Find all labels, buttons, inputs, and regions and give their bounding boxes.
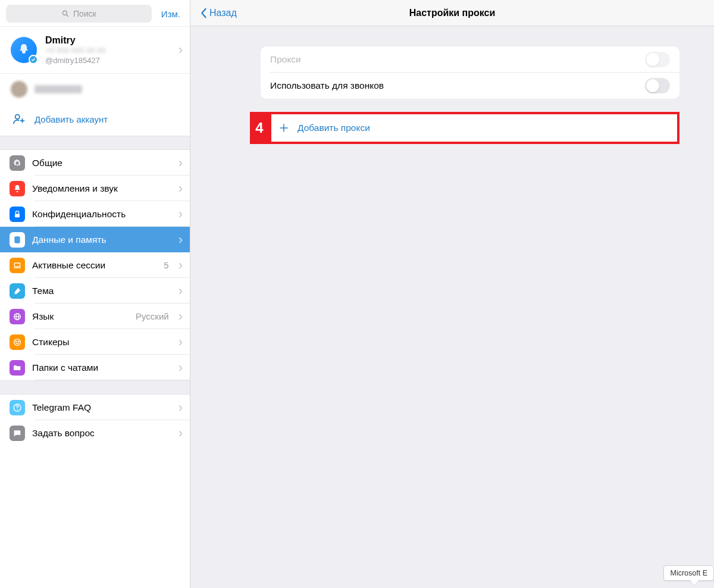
main-panel: Назад Настройки прокси Прокси Использова… xyxy=(190,0,714,588)
proxy-settings-card: Прокси Использовать для звонков xyxy=(261,46,679,99)
svg-rect-7 xyxy=(14,263,20,267)
sidebar-item-label: Стикеры xyxy=(32,337,171,348)
sidebar-header: Поиск Изм. xyxy=(0,0,190,26)
profile-info: Dmitry +0 000 000 00 00 @dmitry185427 xyxy=(45,35,170,65)
sidebar-item-sessions[interactable]: Активные сессии 5 › xyxy=(0,252,190,278)
chevron-right-icon: › xyxy=(178,360,183,376)
add-account-icon xyxy=(11,111,27,127)
svg-point-0 xyxy=(62,11,67,15)
use-for-calls-switch[interactable] xyxy=(645,78,670,93)
sidebar-item-ask[interactable]: Задать вопрос › xyxy=(0,420,190,446)
settings-sidebar: Поиск Изм. Dmitry +0 000 000 00 00 @dmit… xyxy=(0,0,190,588)
chevron-right-icon: › xyxy=(178,155,183,171)
profile-name: Dmitry xyxy=(45,35,170,46)
add-account-button[interactable]: Добавить аккаунт xyxy=(0,105,190,136)
sidebar-item-label: Telegram FAQ xyxy=(32,402,171,413)
account-name-blurred xyxy=(35,85,82,93)
add-proxy-callout: 4 Добавить прокси xyxy=(250,112,679,144)
sidebar-item-label: Общие xyxy=(32,158,171,168)
sidebar-item-detail: 5 xyxy=(164,260,168,270)
svg-point-14 xyxy=(18,341,18,342)
svg-point-2 xyxy=(15,115,20,119)
sidebar-item-detail: Русский xyxy=(136,311,169,321)
tooltip-bubble: Microsoft E xyxy=(663,565,714,581)
tooltip-text: Microsoft E xyxy=(670,569,707,577)
sidebar-item-language[interactable]: Язык Русский › xyxy=(0,304,190,329)
plus-icon xyxy=(278,123,289,133)
add-proxy-label: Добавить прокси xyxy=(298,123,370,133)
chevron-right-icon: › xyxy=(178,207,183,222)
add-account-label: Добавить аккаунт xyxy=(35,114,108,124)
gear-icon xyxy=(10,155,25,171)
proxy-toggle-row: Прокси xyxy=(261,46,679,73)
profile-row[interactable]: Dmitry +0 000 000 00 00 @dmitry185427 › xyxy=(0,26,190,74)
folder-icon xyxy=(10,360,25,376)
svg-point-16 xyxy=(17,409,17,409)
sidebar-item-label: Тема xyxy=(32,286,171,296)
sidebar-item-privacy[interactable]: Конфиденциальность › xyxy=(0,201,190,227)
use-for-calls-row: Использовать для звонков xyxy=(261,73,679,99)
globe-icon xyxy=(10,309,25,324)
profile-handle: @dmitry185427 xyxy=(45,56,170,65)
lock-icon xyxy=(10,207,25,222)
chevron-right-icon: › xyxy=(178,181,183,196)
callout-number: 4 xyxy=(250,112,269,144)
secondary-account-row[interactable] xyxy=(0,74,190,105)
page-title: Настройки прокси xyxy=(190,8,714,18)
laptop-icon xyxy=(10,258,25,273)
sidebar-item-label: Активные сессии xyxy=(32,260,156,271)
chevron-right-icon: › xyxy=(178,426,183,441)
sidebar-item-faq[interactable]: Telegram FAQ › xyxy=(0,395,190,420)
avatar-blurred xyxy=(11,81,27,98)
sidebar-item-label: Папки с чатами xyxy=(32,362,171,373)
chevron-right-icon: › xyxy=(178,283,183,299)
svg-line-1 xyxy=(67,15,68,17)
sidebar-item-label: Конфиденциальность xyxy=(32,209,171,220)
section-separator xyxy=(0,380,190,395)
chevron-right-icon: › xyxy=(178,232,183,248)
proxy-switch[interactable] xyxy=(645,52,670,67)
chevron-right-icon: › xyxy=(178,258,183,273)
back-label: Назад xyxy=(209,8,237,18)
chevron-left-icon xyxy=(200,8,207,18)
sidebar-item-label: Уведомления и звук xyxy=(32,183,171,194)
sidebar-item-notifications[interactable]: Уведомления и звук › xyxy=(0,176,190,201)
chevron-right-icon: › xyxy=(178,42,183,58)
sidebar-item-label: Задать вопрос xyxy=(32,428,171,439)
section-separator xyxy=(0,136,190,150)
sidebar-item-folders[interactable]: Папки с чатами › xyxy=(0,355,190,380)
svg-point-12 xyxy=(14,339,21,345)
tooltip-tail xyxy=(690,580,699,586)
search-icon xyxy=(61,10,70,18)
chevron-right-icon: › xyxy=(178,334,183,350)
verified-badge-icon xyxy=(29,55,38,64)
chevron-right-icon: › xyxy=(178,400,183,415)
chat-icon xyxy=(10,426,25,441)
svg-point-13 xyxy=(15,341,16,342)
question-icon xyxy=(10,400,25,415)
database-icon xyxy=(10,232,25,248)
avatar xyxy=(11,37,37,63)
sidebar-item-theme[interactable]: Тема › xyxy=(0,278,190,304)
chevron-right-icon: › xyxy=(178,309,183,324)
search-input[interactable]: Поиск xyxy=(6,5,152,23)
sidebar-item-stickers[interactable]: Стикеры › xyxy=(0,329,190,355)
sidebar-item-general[interactable]: Общие › xyxy=(0,150,190,176)
back-button[interactable]: Назад xyxy=(200,8,237,18)
main-header: Назад Настройки прокси xyxy=(190,0,714,26)
sidebar-item-data[interactable]: Данные и память › xyxy=(0,227,190,252)
use-for-calls-label: Использовать для звонков xyxy=(270,80,645,91)
search-placeholder: Поиск xyxy=(73,9,96,18)
add-proxy-button[interactable]: Добавить прокси xyxy=(269,112,679,144)
brush-icon xyxy=(10,283,25,299)
bell-icon xyxy=(10,181,25,196)
svg-rect-5 xyxy=(15,214,20,217)
profile-phone-blurred: +0 000 000 00 00 xyxy=(45,46,170,55)
edit-button[interactable]: Изм. xyxy=(158,9,184,19)
sidebar-item-label: Данные и память xyxy=(32,234,171,245)
sticker-icon xyxy=(10,334,25,350)
proxy-label: Прокси xyxy=(270,54,645,65)
sidebar-item-label: Язык xyxy=(32,311,129,322)
